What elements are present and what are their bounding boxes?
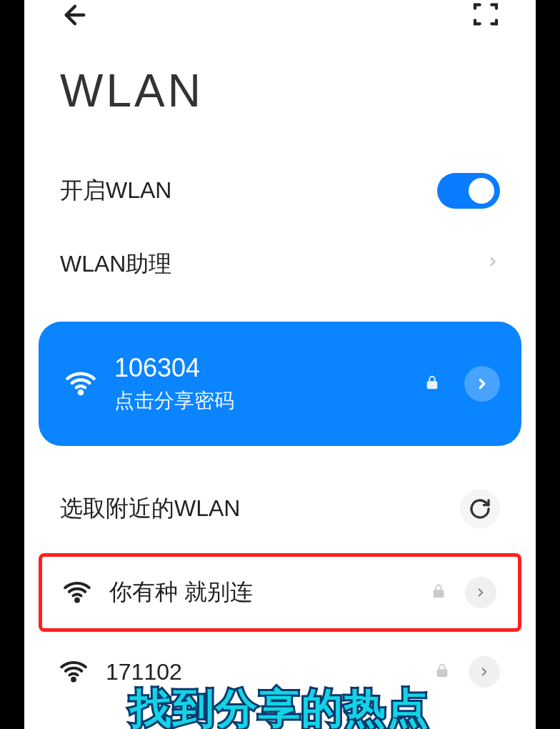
network-row[interactable]: 你有种 就别连: [42, 557, 518, 628]
lock-icon: [431, 583, 446, 602]
video-caption: 找到分享的热点: [24, 688, 536, 729]
network-ssid: 171102: [106, 659, 416, 685]
wlan-toggle[interactable]: [437, 173, 500, 209]
back-button[interactable]: [60, 0, 90, 30]
wifi-icon: [66, 367, 96, 400]
refresh-button[interactable]: [460, 489, 500, 529]
wlan-assistant-label: WLAN助理: [60, 249, 171, 280]
network-detail-button[interactable]: [469, 656, 500, 688]
wifi-icon: [60, 657, 87, 687]
highlighted-network: 你有种 就别连: [39, 553, 521, 632]
svg-point-2: [76, 599, 79, 602]
nearby-section-title: 选取附近的WLAN: [60, 493, 240, 525]
chevron-right-icon: [486, 250, 500, 279]
network-detail-button[interactable]: [465, 577, 496, 608]
wlan-assistant-row[interactable]: WLAN助理: [60, 229, 500, 300]
lock-icon: [424, 375, 440, 393]
connected-network-card[interactable]: 106304 点击分享密码: [39, 322, 521, 446]
connected-ssid: 106304: [114, 353, 406, 383]
connected-detail-button[interactable]: [464, 366, 500, 402]
svg-point-3: [72, 678, 75, 681]
scan-button[interactable]: [471, 0, 500, 29]
enable-wlan-row: 开启WLAN: [60, 153, 500, 229]
connected-subtitle: 点击分享密码: [114, 387, 406, 415]
svg-point-1: [79, 391, 82, 394]
page-title: WLAN: [24, 29, 536, 139]
wifi-icon: [64, 577, 91, 608]
enable-wlan-label: 开启WLAN: [60, 175, 171, 207]
network-ssid: 你有种 就别连: [109, 577, 412, 608]
lock-icon: [434, 663, 450, 681]
